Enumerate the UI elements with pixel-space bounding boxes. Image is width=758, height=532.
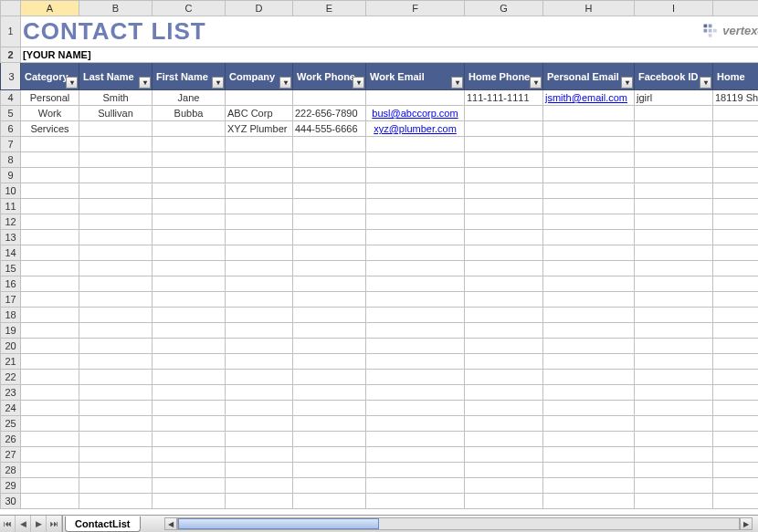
empty-cell[interactable] bbox=[226, 137, 293, 152]
empty-cell[interactable] bbox=[293, 230, 366, 245]
cell-work-phone[interactable] bbox=[293, 90, 366, 106]
empty-cell[interactable] bbox=[543, 214, 635, 230]
empty-cell[interactable] bbox=[366, 183, 465, 199]
filter-dropdown-icon[interactable]: ▾ bbox=[212, 77, 224, 89]
empty-cell[interactable] bbox=[79, 183, 153, 199]
empty-cell[interactable] bbox=[226, 354, 293, 370]
row-header-20[interactable]: 20 bbox=[1, 339, 21, 354]
empty-cell[interactable] bbox=[153, 168, 226, 183]
empty-cell[interactable] bbox=[543, 137, 635, 152]
empty-cell[interactable] bbox=[543, 230, 635, 245]
empty-cell[interactable] bbox=[79, 323, 153, 339]
empty-cell[interactable] bbox=[465, 245, 543, 261]
empty-cell[interactable] bbox=[366, 276, 465, 292]
tab-last-button[interactable]: ⏭ bbox=[47, 516, 62, 532]
empty-cell[interactable] bbox=[79, 308, 153, 323]
filter-dropdown-icon[interactable]: ▾ bbox=[451, 77, 463, 89]
empty-cell[interactable] bbox=[226, 183, 293, 199]
empty-cell[interactable] bbox=[543, 339, 635, 354]
empty-cell[interactable] bbox=[366, 292, 465, 308]
col-header-H[interactable]: H bbox=[543, 1, 635, 16]
cell-last-name[interactable] bbox=[79, 121, 153, 137]
col-header-G[interactable]: G bbox=[465, 1, 543, 16]
empty-cell[interactable] bbox=[713, 214, 759, 230]
empty-cell[interactable] bbox=[543, 308, 635, 323]
empty-cell[interactable] bbox=[293, 183, 366, 199]
empty-cell[interactable] bbox=[635, 401, 713, 416]
empty-cell[interactable] bbox=[543, 323, 635, 339]
empty-cell[interactable] bbox=[635, 199, 713, 214]
cell-first-name[interactable]: Bubba bbox=[153, 106, 226, 121]
cell-category[interactable]: Personal bbox=[21, 90, 79, 106]
row-header-8[interactable]: 8 bbox=[1, 152, 21, 168]
empty-cell[interactable] bbox=[713, 199, 759, 214]
empty-cell[interactable] bbox=[293, 354, 366, 370]
cell-home-phone[interactable] bbox=[465, 106, 543, 121]
empty-cell[interactable] bbox=[21, 168, 79, 183]
empty-cell[interactable] bbox=[21, 494, 79, 509]
empty-cell[interactable] bbox=[543, 292, 635, 308]
cell-home[interactable]: 18119 Shire bbox=[713, 90, 759, 106]
select-all-corner[interactable] bbox=[1, 1, 21, 16]
cell-work-phone[interactable]: 444-555-6666 bbox=[293, 121, 366, 137]
col-header-E[interactable]: E bbox=[293, 1, 366, 16]
empty-cell[interactable] bbox=[543, 199, 635, 214]
empty-cell[interactable] bbox=[543, 168, 635, 183]
empty-cell[interactable] bbox=[21, 354, 79, 370]
row-header-7[interactable]: 7 bbox=[1, 137, 21, 152]
empty-cell[interactable] bbox=[713, 308, 759, 323]
empty-cell[interactable] bbox=[713, 478, 759, 494]
empty-cell[interactable] bbox=[543, 494, 635, 509]
empty-cell[interactable] bbox=[226, 292, 293, 308]
header-company[interactable]: Company▾ bbox=[226, 63, 293, 90]
cell-first-name[interactable] bbox=[153, 121, 226, 137]
empty-cell[interactable] bbox=[543, 261, 635, 276]
empty-cell[interactable] bbox=[635, 463, 713, 478]
empty-cell[interactable] bbox=[366, 478, 465, 494]
empty-cell[interactable] bbox=[21, 292, 79, 308]
empty-cell[interactable] bbox=[21, 416, 79, 432]
empty-cell[interactable] bbox=[153, 308, 226, 323]
empty-cell[interactable] bbox=[465, 401, 543, 416]
empty-cell[interactable] bbox=[465, 432, 543, 447]
empty-cell[interactable] bbox=[543, 385, 635, 401]
empty-cell[interactable] bbox=[79, 261, 153, 276]
empty-cell[interactable] bbox=[21, 463, 79, 478]
row-header-28[interactable]: 28 bbox=[1, 463, 21, 478]
empty-cell[interactable] bbox=[635, 245, 713, 261]
empty-cell[interactable] bbox=[465, 447, 543, 463]
row-header-26[interactable]: 26 bbox=[1, 432, 21, 447]
empty-cell[interactable] bbox=[293, 308, 366, 323]
empty-cell[interactable] bbox=[79, 152, 153, 168]
empty-cell[interactable] bbox=[79, 339, 153, 354]
empty-cell[interactable] bbox=[153, 463, 226, 478]
cell-personal-email[interactable]: jsmith@email.com bbox=[543, 90, 635, 106]
scroll-right-icon[interactable]: ▶ bbox=[740, 517, 753, 530]
filter-dropdown-icon[interactable]: ▾ bbox=[139, 77, 151, 89]
empty-cell[interactable] bbox=[713, 385, 759, 401]
empty-cell[interactable] bbox=[635, 137, 713, 152]
cell-home[interactable] bbox=[713, 121, 759, 137]
empty-cell[interactable] bbox=[293, 432, 366, 447]
cell-company[interactable]: ABC Corp bbox=[226, 106, 293, 121]
empty-cell[interactable] bbox=[465, 261, 543, 276]
empty-cell[interactable] bbox=[635, 339, 713, 354]
col-header-I[interactable]: I bbox=[635, 1, 713, 16]
empty-cell[interactable] bbox=[713, 354, 759, 370]
cell-personal-email[interactable] bbox=[543, 121, 635, 137]
empty-cell[interactable] bbox=[21, 230, 79, 245]
empty-cell[interactable] bbox=[21, 432, 79, 447]
empty-cell[interactable] bbox=[465, 292, 543, 308]
cell-last-name[interactable]: Smith bbox=[79, 90, 153, 106]
empty-cell[interactable] bbox=[366, 230, 465, 245]
empty-cell[interactable] bbox=[713, 230, 759, 245]
cell-first-name[interactable]: Jane bbox=[153, 90, 226, 106]
empty-cell[interactable] bbox=[366, 463, 465, 478]
col-header-A[interactable]: A bbox=[21, 1, 79, 16]
empty-cell[interactable] bbox=[713, 447, 759, 463]
empty-cell[interactable] bbox=[713, 292, 759, 308]
empty-cell[interactable] bbox=[293, 152, 366, 168]
empty-cell[interactable] bbox=[465, 137, 543, 152]
filter-dropdown-icon[interactable]: ▾ bbox=[530, 77, 542, 89]
cell-home[interactable] bbox=[713, 106, 759, 121]
